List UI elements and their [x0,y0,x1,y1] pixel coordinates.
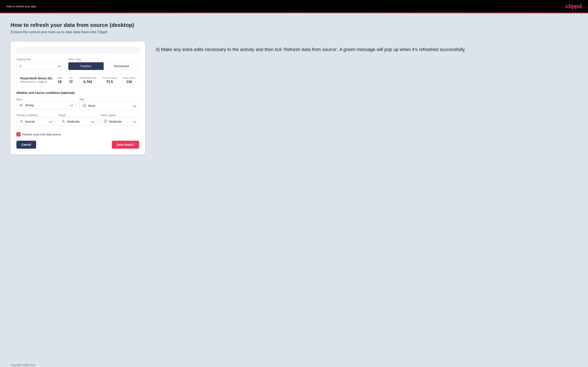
course-rating-stat: Course rating 72.5 [103,77,116,84]
par-value: 72 [69,80,73,84]
green-speed-group: Green Speed Moderate [101,113,139,126]
course-info-header: Royal North Devon GC, Westward Ho!, Engl… [20,77,135,84]
wind-label: Wind [16,98,22,101]
svg-point-2 [63,120,64,121]
refresh-checkbox-label: Refresh shots from data source [23,133,61,136]
green-speed-select-value: Moderate [104,119,121,124]
rain-select-value: None [83,103,95,108]
rain-icon [83,103,86,108]
slope-rating-value: 134 [126,80,132,84]
rough-select[interactable]: Moderate [59,117,97,126]
wind-select[interactable]: Strong [16,101,76,109]
starting-hole-group: Starting Hole 1 [16,58,64,70]
green-speed-chevron-icon [133,119,137,123]
holes-label: Holes [57,77,63,79]
wind-icon [19,104,23,107]
main-content: How to refresh your data from source (de… [0,13,588,359]
cancel-button[interactable]: Cancel [16,141,36,149]
yards-value: 6,744 [83,80,92,84]
fairway-select-value: Normal [19,119,35,124]
svg-point-1 [21,120,22,121]
chevron-down-icon [58,64,61,68]
refresh-checkbox[interactable]: ✓ [16,132,21,136]
top-bar-title: How to refresh your data [6,5,36,8]
rain-label: Rain [79,98,85,101]
page-subheading: Ensure the correct and most up to date d… [10,30,578,34]
fairway-chevron-icon [49,119,52,123]
rain-chevron-icon [133,103,137,107]
rough-chevron-icon [91,119,95,123]
game-type-toggle: Practice Tournament [68,62,139,70]
starting-hole-select[interactable]: 1 [16,62,64,70]
action-row: Cancel Save Details [16,141,139,149]
rough-select-value: Moderate [62,119,79,124]
starting-hole-value: 1 [19,65,21,68]
practice-toggle-btn[interactable]: Practice [68,62,104,70]
form-top-mock [16,47,139,54]
svg-point-0 [84,104,85,106]
game-type-label: Game Type [68,58,139,61]
par-label: Par [69,77,72,79]
checkmark-icon: ✓ [17,133,20,136]
course-rating-label: Course rating [103,77,116,79]
content-area: Starting Hole 1 Game Type Practice Tourn… [10,42,578,155]
holes-stat: Holes 18 [57,77,63,84]
logo: clippd [566,3,582,10]
fairway-select[interactable]: Normal [16,117,55,126]
starting-hole-label: Starting Hole [16,58,64,61]
wind-rain-row: Wind Strong [16,97,139,110]
fairway-group: Fairway Conditions Normal [16,113,55,126]
copyright-text: Copyright Clippd 2022 [10,364,35,367]
yards-label: Yards/White (M)) [79,77,96,79]
weather-section-title: Weather and course conditions (optional) [16,91,139,94]
weather-section: Weather and course conditions (optional)… [16,91,139,126]
rough-group: Rough Moderate [59,113,97,126]
rough-label: Rough [59,114,66,117]
par-stat: Par 72 [69,77,73,84]
course-name: Royal North Devon GC, [20,77,53,80]
footer: Copyright Clippd 2022 [0,359,588,367]
yards-stat: Yards/White (M)) 6,744 [79,77,96,84]
rain-select[interactable]: None [79,101,139,110]
tournament-toggle-btn[interactable]: Tournament [104,62,139,70]
wind-group: Wind Strong [16,97,76,110]
form-card: Starting Hole 1 Game Type Practice Tourn… [10,42,145,155]
description-text: 3) Make any extra edits necessary to the… [156,46,578,53]
fairway-icon [19,119,23,124]
page-heading: How to refresh your data from source (de… [10,22,578,28]
slope-rating-label: Slope rating [123,77,135,79]
form-row-hole-gametype: Starting Hole 1 Game Type Practice Tourn… [16,58,139,70]
course-info-box: Royal North Devon GC, Westward Ho!, Engl… [16,74,139,87]
slope-rating-stat: Slope rating 134 [123,77,135,84]
rain-group: Rain None [79,97,139,110]
course-rating-value: 72.5 [106,80,113,84]
refresh-checkbox-row: ✓ Refresh shots from data source [16,130,139,136]
green-speed-icon [104,119,107,124]
green-speed-label: Green Speed [101,114,115,117]
wind-chevron-icon [70,103,74,107]
rough-icon [62,119,65,124]
wind-select-value: Strong [19,103,34,107]
save-button[interactable]: Save Details [112,141,139,149]
conditions-row: Fairway Conditions Normal [16,113,139,126]
holes-value: 18 [58,80,62,84]
course-location: Westward Ho!, England [20,80,53,83]
green-speed-select[interactable]: Moderate [101,117,139,126]
course-name-block: Royal North Devon GC, Westward Ho!, Engl… [20,77,53,83]
game-type-group: Game Type Practice Tournament [68,58,139,70]
top-bar: How to refresh your data clippd [0,0,588,13]
course-stats: Holes 18 Par 72 Yards/White (M)) 6,744 [57,77,135,84]
fairway-label: Fairway Conditions [16,114,38,117]
description-panel: 3) Make any extra edits necessary to the… [156,42,578,53]
